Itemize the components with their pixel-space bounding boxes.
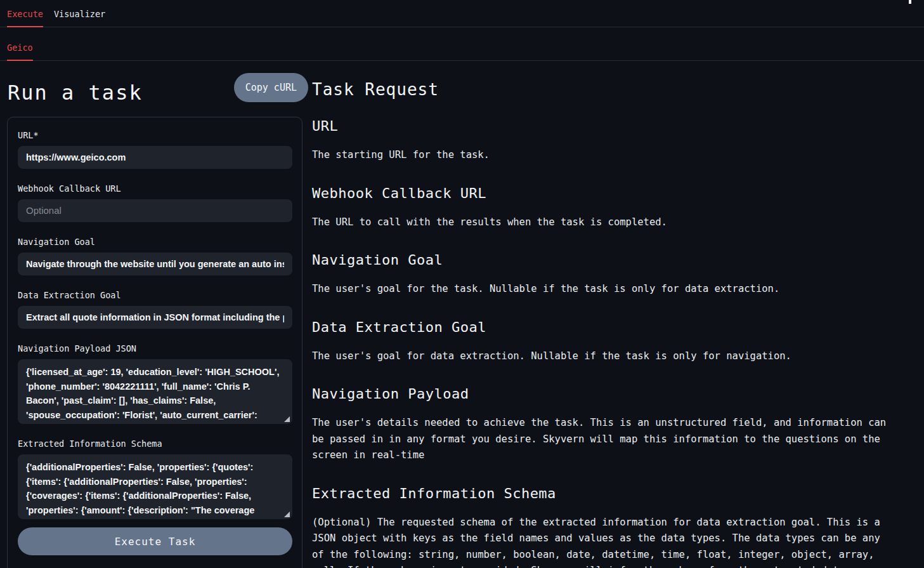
form-header: Run a task Copy cURL [7, 73, 303, 105]
tab-geico[interactable]: Geico [7, 43, 33, 60]
doc-body-data-extraction-goal: The user's goal for data extraction. Nul… [312, 348, 889, 365]
doc-body-navigation-goal: The user's goal for the task. Nullable i… [312, 281, 889, 298]
execute-task-button[interactable]: Execute Task [18, 527, 292, 555]
url-input[interactable] [18, 146, 292, 169]
webhook-field-label: Webhook Callback URL [18, 183, 292, 194]
task-form-panel: Run a task Copy cURL URL* Webhook Callba… [7, 61, 303, 568]
doc-heading-url: URL [312, 118, 907, 134]
data-extraction-goal-label: Data Extraction Goal [18, 290, 292, 300]
tab-execute[interactable]: Execute [7, 9, 43, 27]
main-content: Run a task Copy cURL URL* Webhook Callba… [0, 61, 924, 568]
extracted-schema-wrap: {'additionalProperties': False, 'propert… [18, 454, 292, 519]
sub-tab-bar: Geico [0, 27, 924, 61]
resize-handle-icon[interactable] [284, 416, 290, 422]
webhook-callback-url-input[interactable] [18, 199, 292, 222]
tab-visualizer[interactable]: Visualizer [54, 9, 105, 27]
extracted-schema-label: Extracted Information Schema [18, 439, 292, 449]
data-extraction-goal-input[interactable] [18, 306, 292, 329]
doc-heading-navigation-payload: Navigation Payload [312, 386, 907, 402]
navigation-goal-label: Navigation Goal [18, 237, 292, 247]
doc-heading-navigation-goal: Navigation Goal [312, 252, 907, 268]
copy-curl-button[interactable]: Copy cURL [234, 73, 308, 102]
page-title: Run a task [8, 81, 143, 105]
task-request-docs: Task Request URL The starting URL for th… [312, 61, 907, 568]
extracted-schema-textarea[interactable]: {'additionalProperties': False, 'propert… [18, 454, 292, 519]
navigation-goal-input[interactable] [18, 253, 292, 275]
resize-handle-icon[interactable] [284, 512, 290, 517]
top-tab-bar: Execute Visualizer [0, 0, 924, 27]
navigation-payload-textarea[interactable]: {'licensed_at_age': 19, 'education_level… [18, 359, 292, 424]
doc-body-navigation-payload: The user's details needed to achieve the… [312, 415, 889, 464]
navigation-payload-label: Navigation Payload JSON [18, 343, 292, 353]
navigation-payload-wrap: {'licensed_at_age': 19, 'education_level… [18, 359, 292, 424]
scrollbar-thumb[interactable] [909, 0, 911, 4]
url-field-label: URL* [18, 130, 292, 140]
doc-heading-extracted-schema: Extracted Information Schema [312, 485, 907, 501]
doc-body-url: The starting URL for the task. [312, 147, 889, 164]
doc-body-webhook: The URL to call with the results when th… [312, 215, 889, 231]
task-form-card: URL* Webhook Callback URL Navigation Goa… [7, 117, 303, 568]
doc-body-extracted-schema: (Optional) The requested schema of the e… [312, 515, 889, 568]
doc-heading-webhook: Webhook Callback URL [312, 185, 907, 201]
doc-heading-data-extraction-goal: Data Extraction Goal [312, 319, 907, 335]
docs-title: Task Request [312, 80, 907, 99]
